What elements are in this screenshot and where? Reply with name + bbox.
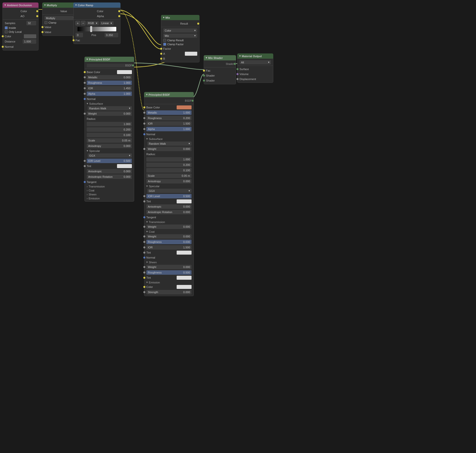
bsdf2-sheen-weight-field[interactable]: Weight0.000 [146, 265, 192, 269]
bsdf2-sheen-roughness-field[interactable]: Roughness0.500 [146, 270, 192, 275]
bsdf1-radius2-field[interactable]: 0.200 [87, 127, 132, 132]
bsdf2-basecolor-socket[interactable] [143, 106, 145, 108]
bsdf2-emission-section[interactable]: ▾ Emission [144, 280, 194, 284]
bsdf2-emission-strength-socket[interactable] [143, 291, 145, 293]
bsdf1-transmission-collapse[interactable]: › Transmission [85, 184, 134, 188]
bsdf1-ss-weight-socket[interactable] [84, 113, 86, 115]
bsdf2-basecolor-swatch[interactable] [177, 105, 192, 109]
mix-mode-dropdown[interactable]: Mix ▾ [163, 34, 197, 38]
mix-shader-shader2-socket[interactable] [203, 80, 205, 82]
bsdf2-coat-weight-field[interactable]: Weight0.000 [146, 234, 192, 239]
bsdf2-ggx-dropdown[interactable]: GGX ▾ [147, 189, 192, 193]
ao-header[interactable]: ▾ Ambient Occlusion [2, 2, 39, 8]
bsdf2-coat-ior-field[interactable]: IOR1.500 [146, 245, 192, 250]
bsdf1-header[interactable]: ▾ Principled BSDF [84, 57, 134, 62]
bsdf1-alpha-socket[interactable] [84, 93, 86, 95]
bsdf2-bsdf-socket[interactable] [192, 100, 194, 102]
mix-header[interactable]: ▾ Mix [161, 15, 199, 20]
cr-color-out-socket[interactable] [118, 10, 120, 12]
bsdf1-iorlevel-field[interactable]: IOR Level 0.500 [87, 159, 132, 163]
bsdf1-basecolor-socket[interactable] [84, 71, 86, 73]
cr-add-button[interactable]: + [76, 21, 80, 25]
cr-linear-dropdown[interactable]: Linear ▾ [100, 21, 114, 25]
bsdf2-roughness-socket[interactable] [143, 117, 145, 119]
mix-a-color[interactable] [185, 52, 197, 56]
bsdf2-sheen-tint-swatch[interactable] [177, 276, 192, 280]
ao-samples-field[interactable]: 32 [26, 21, 36, 25]
bsdf1-coat-collapse[interactable]: › Coat [85, 188, 134, 192]
bsdf2-trans-weight-socket[interactable] [143, 226, 145, 228]
mix-shader-out-socket[interactable] [234, 63, 236, 65]
material-output-header[interactable]: ▾ Material Output [237, 53, 273, 59]
ao-ao-socket[interactable] [36, 15, 38, 17]
bsdf2-sheen-roughness-socket[interactable] [143, 272, 145, 273]
mix-clamp-result-row[interactable]: Clamp Result [161, 38, 199, 42]
ao-inside-checkbox[interactable] [5, 26, 8, 29]
material-output-volume-socket[interactable] [237, 73, 238, 75]
cr-color-val-field[interactable]: 0 [76, 33, 83, 37]
bsdf2-coat-weight-socket[interactable] [143, 235, 145, 237]
cr-handle[interactable] [90, 26, 92, 32]
bsdf2-roughness-field[interactable]: Roughness 0.200 [146, 116, 192, 120]
bsdf1-tint-swatch[interactable] [117, 164, 132, 168]
bsdf2-sheen-weight-socket[interactable] [143, 266, 145, 268]
bsdf1-basecolor-swatch[interactable] [117, 70, 132, 74]
bsdf2-subsurface-section[interactable]: ▾ Subsurface [144, 137, 194, 141]
bsdf2-tint-socket[interactable] [143, 200, 145, 202]
bsdf1-ggx-dropdown[interactable]: GGX ▾ [88, 153, 132, 158]
multiply-v2-socket[interactable] [41, 31, 43, 33]
bsdf2-coat-tint-socket[interactable] [143, 252, 145, 254]
ao-normal-socket[interactable] [2, 46, 4, 48]
mix-shader-header[interactable]: ▾ Mix Shader [204, 55, 236, 60]
bsdf1-bsdf-socket[interactable] [132, 64, 134, 66]
bsdf1-alpha-field[interactable]: Alpha 1.000 [87, 91, 132, 96]
mix-factor-socket[interactable] [160, 48, 162, 50]
bsdf1-anisotropic-field[interactable]: Anisotropic 0.000 [87, 169, 132, 174]
mix-clamp-result-checkbox[interactable] [163, 39, 166, 42]
bsdf2-normal-socket[interactable] [143, 133, 145, 135]
material-output-displacement-socket[interactable] [237, 78, 238, 80]
mix-shader-shader1-socket[interactable] [203, 75, 205, 77]
bsdf1-roughness-socket[interactable] [84, 82, 86, 84]
ao-color-socket[interactable] [36, 10, 38, 12]
bsdf1-anisotropic-rot-field[interactable]: Anisotropic Rotation 0.000 [87, 175, 132, 179]
cr-fac-socket[interactable] [73, 39, 75, 41]
bsdf1-sheen-collapse[interactable]: › Sheen [85, 192, 134, 196]
mix-clamp-factor-row[interactable]: Clamp Factor [161, 42, 199, 46]
bsdf1-ior-socket[interactable] [84, 87, 86, 89]
cr-ramp-bar[interactable] [78, 27, 116, 31]
bsdf2-trans-weight-field[interactable]: Weight0.000 [146, 225, 192, 229]
mix-type-dropdown[interactable]: Color ▾ [163, 28, 197, 33]
bsdf1-metallic-socket[interactable] [84, 76, 86, 78]
mix-shader-fac-socket[interactable] [203, 70, 205, 72]
bsdf1-emission-collapse[interactable]: › Emission [85, 196, 134, 200]
cr-pos-field[interactable]: 0.350 [105, 33, 118, 37]
bsdf2-sheen-section[interactable]: ▾ Sheen [144, 260, 194, 264]
bsdf2-iorlevel-field[interactable]: IOR Level 0.500 [146, 194, 192, 198]
bsdf2-ss-dropdown[interactable]: Random Walk ▾ [147, 141, 192, 146]
bsdf2-alpha-field[interactable]: Alpha 1.000 [146, 127, 192, 131]
multiply-header[interactable]: ▾ Multiply [42, 2, 78, 8]
bsdf2-anisotropy-field[interactable]: Anisotropy0.000 [146, 179, 192, 183]
mix-clamp-factor-checkbox[interactable] [163, 43, 166, 46]
cr-rgb-dropdown[interactable]: RGB ▾ [86, 21, 99, 25]
bsdf1-tangent-socket[interactable] [84, 181, 86, 183]
bsdf2-r3-field[interactable]: 0.100 [146, 168, 192, 173]
bsdf2-alpha-socket[interactable] [143, 128, 145, 130]
bsdf1-scale-field[interactable]: Scale 0.05 m [87, 138, 132, 143]
bsdf1-ior-field[interactable]: IOR 1.450 [87, 86, 132, 91]
bsdf2-header[interactable]: ▾ Principled BSDF [144, 92, 194, 97]
bsdf2-emission-color-swatch[interactable] [177, 285, 192, 289]
material-output-dropdown[interactable]: All ▾ [239, 60, 271, 64]
bsdf2-coat-normal-socket[interactable] [143, 257, 145, 259]
bsdf1-metallic-field[interactable]: Metallic 0.000 [87, 75, 132, 80]
bsdf1-subsurface-section[interactable]: ▾ Subsurface [85, 101, 134, 106]
mix-result-socket[interactable] [197, 23, 199, 25]
bsdf2-coat-roughness-socket[interactable] [143, 241, 145, 243]
cr-remove-button[interactable]: − [81, 21, 85, 25]
cr-alpha-out-socket[interactable] [118, 15, 120, 17]
ao-onlylocal-row[interactable]: Only Local [3, 30, 38, 34]
ao-color-swatch[interactable] [24, 34, 36, 38]
bsdf2-coat-tint-swatch[interactable] [177, 251, 192, 255]
mix-b-socket[interactable] [160, 58, 162, 60]
